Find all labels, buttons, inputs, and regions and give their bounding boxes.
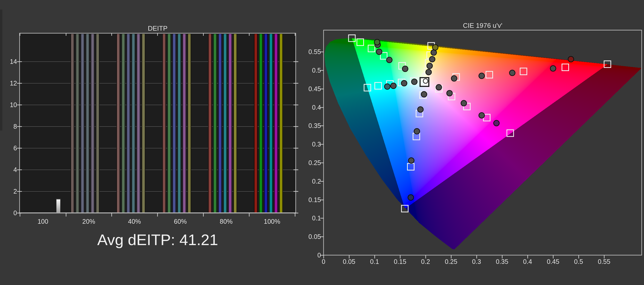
calibration-measurement-screen: DEITP CIE 1976 u'v' 02468101214 10020%40… xyxy=(0,0,644,285)
cie-1976-diagram-plot[interactable] xyxy=(0,0,644,285)
